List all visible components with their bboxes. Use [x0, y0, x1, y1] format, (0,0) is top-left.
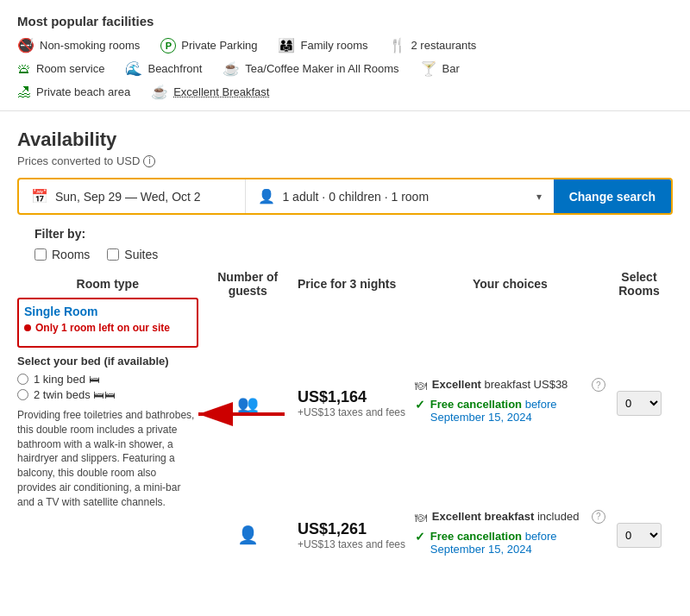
- facility-restaurants: 🍴 2 restaurants: [389, 37, 477, 53]
- facility-label: Private beach area: [36, 85, 130, 98]
- checkmark-icon: ✓: [415, 398, 425, 412]
- no-smoking-icon: 🚭: [17, 37, 34, 53]
- select-rooms-dropdown-2[interactable]: 0 1 2: [617, 523, 662, 548]
- availability-title: Availability: [17, 129, 673, 151]
- choice-cancel: ✓ Free cancellation before September 15,…: [415, 398, 605, 424]
- facility-label: Bar: [442, 62, 460, 75]
- price-cell: US$1,164 +US$13 taxes and fees: [298, 298, 415, 510]
- filter-section: Filter by: Rooms Suites: [17, 227, 673, 270]
- price-taxes-2: +US$13 taxes and fees: [298, 538, 415, 550]
- family-icon: 👨‍👩‍👧: [278, 37, 295, 53]
- choice-breakfast-2: 🍽 Excellent breakfast included ?: [415, 510, 605, 525]
- bed-option-king[interactable]: 1 king bed 🛏: [17, 373, 198, 386]
- room-description: Providing free toiletries and bathrobes,…: [17, 408, 198, 510]
- rooms-checkbox[interactable]: [34, 248, 47, 261]
- facility-label: Excellent Breakfast: [173, 85, 269, 98]
- single-guest-icon: 👤: [237, 525, 259, 544]
- urgency-badge: Only 1 room left on our site: [24, 322, 170, 334]
- checkmark-icon-2: ✓: [415, 530, 425, 544]
- guests-icon: 👥: [237, 394, 259, 413]
- facilities-row-3: 🏖 Private beach area ☕ Excellent Breakfa…: [17, 84, 673, 100]
- prices-note: Prices converted to USD i: [17, 154, 673, 167]
- bed-selection-label: Select your bed (if available): [17, 355, 198, 368]
- facilities-section: Most popular facilities 🚭 Non-smoking ro…: [0, 0, 690, 111]
- guests-cell-2: 👤: [198, 510, 298, 561]
- room-type-cell-2: [17, 510, 198, 561]
- breakfast-facility-icon: ☕: [151, 84, 168, 100]
- calendar-icon: 📅: [31, 188, 48, 204]
- bed-label-twin: 2 twin beds 🛏🛏: [34, 388, 116, 401]
- availability-section: Availability Prices converted to USD i 📅…: [0, 111, 690, 270]
- col-header-price: Price for 3 nights: [298, 270, 415, 298]
- facilities-row-1: 🚭 Non-smoking rooms P Private Parking 👨‍…: [17, 37, 673, 53]
- search-guests[interactable]: 👤 1 adult · 0 children · 1 room ▾: [246, 179, 553, 213]
- facility-parking: P Private Parking: [160, 38, 257, 53]
- rooms-table-container: Room type Number of guests Price for 3 n…: [0, 270, 690, 561]
- bed-option-twin[interactable]: 2 twin beds 🛏🛏: [17, 388, 198, 401]
- filter-suites[interactable]: Suites: [107, 248, 158, 261]
- choice-cancel-2: ✓ Free cancellation before September 15,…: [415, 530, 605, 556]
- choice-breakfast-text: Excellent breakfast US$38: [432, 378, 586, 391]
- price-taxes: +US$13 taxes and fees: [298, 406, 415, 418]
- facility-label: Tea/Coffee Maker in All Rooms: [245, 62, 398, 75]
- table-row: 👤 US$1,261 +US$13 taxes and fees 🍽 Excel…: [17, 510, 673, 561]
- room-type-cell: Single Room Only 1 room left on our site…: [17, 298, 198, 510]
- chevron-down-icon: ▾: [536, 191, 542, 203]
- search-bar: 📅 Sun, Sep 29 — Wed, Oct 2 👤 1 adult · 0…: [17, 178, 673, 215]
- facility-label: Non-smoking rooms: [40, 39, 140, 52]
- facility-coffee: ☕ Tea/Coffee Maker in All Rooms: [223, 60, 398, 77]
- choice-cancel-text-2: Free cancellation before September 15, 2…: [430, 530, 605, 556]
- filter-rooms[interactable]: Rooms: [34, 248, 90, 261]
- price-value-2: US$1,261: [298, 520, 415, 538]
- facilities-grid: 🚭 Non-smoking rooms P Private Parking 👨‍…: [17, 37, 673, 100]
- change-search-button[interactable]: Change search: [554, 179, 671, 213]
- beach-area-icon: 🏖: [17, 85, 31, 100]
- price-cell-2: US$1,261 +US$13 taxes and fees: [298, 510, 415, 561]
- breakfast-icon: 🍽: [415, 379, 427, 393]
- suites-checkbox[interactable]: [107, 248, 119, 261]
- facility-label: Family rooms: [300, 39, 367, 52]
- col-header-room-type: Room type: [17, 270, 198, 298]
- facility-bar: 🍸 Bar: [420, 60, 460, 77]
- select-rooms-dropdown[interactable]: 0 1 2: [617, 391, 662, 416]
- room-highlight-box: Single Room Only 1 room left on our site: [17, 298, 198, 348]
- guests-text: 1 adult · 0 children · 1 room: [282, 190, 429, 204]
- beach-icon: 🌊: [125, 60, 142, 77]
- red-dot-icon: [24, 324, 31, 331]
- filter-checkboxes: Rooms Suites: [34, 248, 656, 261]
- urgency-text: Only 1 room left on our site: [35, 322, 170, 334]
- facility-non-smoking: 🚭 Non-smoking rooms: [17, 37, 140, 53]
- select-cell: 0 1 2: [605, 298, 673, 510]
- select-cell-2: 0 1 2: [605, 510, 673, 561]
- table-row: Single Room Only 1 room left on our site…: [17, 298, 673, 510]
- choice-cancel-text: Free cancellation before September 15, 2…: [430, 398, 605, 424]
- facility-label: Beachfront: [147, 62, 202, 75]
- breakfast-icon-2: 🍽: [415, 511, 427, 525]
- facility-family: 👨‍👩‍👧 Family rooms: [278, 37, 367, 53]
- bed-radio-king[interactable]: [17, 374, 28, 385]
- rooms-table: Room type Number of guests Price for 3 n…: [17, 270, 673, 561]
- facility-room-service: 🛎 Room service: [17, 61, 104, 77]
- help-icon[interactable]: ?: [592, 378, 605, 392]
- choices-cell-2: 🍽 Excellent breakfast included ? ✓ Free …: [415, 510, 605, 561]
- facility-label: 2 restaurants: [411, 39, 477, 52]
- help-icon-2[interactable]: ?: [592, 510, 605, 524]
- price-value: US$1,164: [298, 388, 415, 406]
- bed-label-king: 1 king bed 🛏: [34, 373, 100, 386]
- room-service-icon: 🛎: [17, 61, 31, 77]
- info-icon[interactable]: i: [143, 155, 155, 167]
- choices-cell: 🍽 Excellent breakfast US$38 ? ✓ Free can…: [415, 298, 605, 510]
- room-name-link[interactable]: Single Room: [24, 305, 98, 318]
- col-header-select: SelectRooms: [605, 270, 673, 298]
- search-dates[interactable]: 📅 Sun, Sep 29 — Wed, Oct 2: [19, 179, 246, 213]
- bar-icon: 🍸: [420, 60, 437, 77]
- restaurant-icon: 🍴: [389, 37, 406, 53]
- facilities-row-2: 🛎 Room service 🌊 Beachfront ☕ Tea/Coffee…: [17, 60, 673, 77]
- bed-radio-twin[interactable]: [17, 389, 28, 400]
- col-header-choices: Your choices: [415, 270, 605, 298]
- bed-selection: Select your bed (if available) 1 king be…: [17, 355, 198, 401]
- coffee-icon: ☕: [223, 60, 240, 77]
- facility-breakfast: ☕ Excellent Breakfast: [151, 84, 269, 100]
- person-icon: 👤: [258, 188, 275, 204]
- filter-label: Filter by:: [34, 227, 656, 241]
